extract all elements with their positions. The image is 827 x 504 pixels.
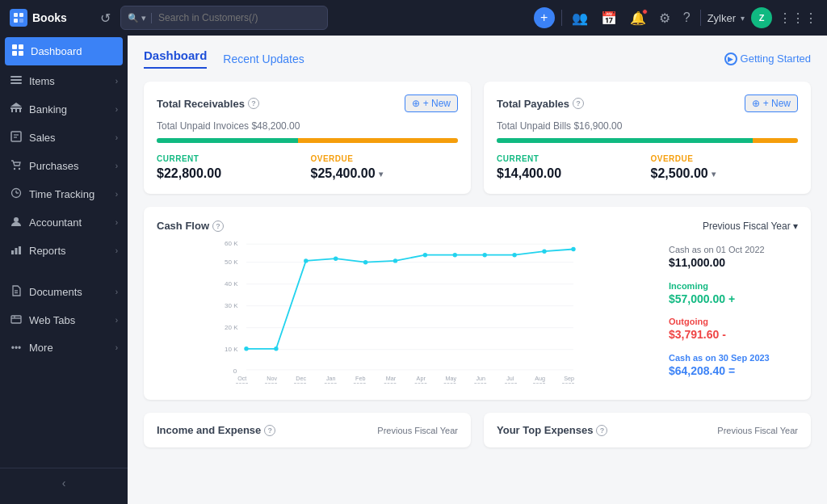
more-arrow-icon: › xyxy=(115,343,118,352)
settings-icon[interactable]: ⚙ xyxy=(656,7,674,29)
time-tracking-icon xyxy=(10,187,23,201)
payables-current: CURRENT $14,400.00 xyxy=(497,154,644,181)
svg-text:2022: 2022 xyxy=(236,381,249,384)
receivables-card: Total Receivables ? ⊕ + New Total Unpaid… xyxy=(144,82,471,194)
svg-rect-0 xyxy=(14,13,18,17)
svg-text:2023: 2023 xyxy=(562,381,575,384)
receivables-current: CURRENT $22,800.00 xyxy=(157,154,304,181)
cf-outgoing-value: $3,791.60 - xyxy=(669,328,798,341)
receivables-current-label: CURRENT xyxy=(157,154,304,163)
svg-marker-15 xyxy=(10,103,22,107)
payables-overdue-value: $2,500.00 ▾ xyxy=(651,166,799,181)
sidebar-label-dashboard: Dashboard xyxy=(31,45,116,57)
sidebar-item-purchases[interactable]: Purchases › xyxy=(0,152,128,180)
sidebar-item-web-tabs[interactable]: Web Tabs › xyxy=(0,306,128,334)
collapse-icon: ‹ xyxy=(62,477,66,489)
sidebar-item-accountant[interactable]: Accountant › xyxy=(0,208,128,237)
sidebar-item-sales[interactable]: Sales › xyxy=(0,124,128,152)
calendar-icon[interactable]: 📅 xyxy=(598,7,620,29)
cashflow-info-icon[interactable]: ? xyxy=(212,220,224,232)
svg-text:2022: 2022 xyxy=(324,381,337,384)
dashboard-tabs: Dashboard Recent Updates xyxy=(144,48,304,69)
receivables-title: Total Receivables ? xyxy=(157,98,259,110)
svg-point-49 xyxy=(304,258,308,262)
logo-icon xyxy=(10,9,27,27)
search-input[interactable] xyxy=(158,12,321,23)
svg-point-56 xyxy=(512,253,516,257)
cashflow-stats: Cash as on 01 Oct 2022 $11,000.00 Incomi… xyxy=(669,238,798,387)
cashflow-filter-dropdown[interactable]: Previous Fiscal Year ▾ xyxy=(703,220,798,232)
income-expense-info-icon[interactable]: ? xyxy=(264,425,275,436)
sidebar-label-documents: Documents xyxy=(29,286,109,298)
cashflow-title: Cash Flow ? xyxy=(157,220,224,232)
svg-text:2023: 2023 xyxy=(414,381,427,384)
receivables-overdue: OVERDUE $25,400.00 ▾ xyxy=(311,154,459,181)
income-expense-filter[interactable]: Previous Fiscal Year xyxy=(377,426,458,435)
app-grid-icon[interactable]: ⋮⋮⋮ xyxy=(779,10,817,26)
sales-icon xyxy=(10,131,23,145)
sidebar-item-banking[interactable]: Banking › xyxy=(0,95,128,124)
banking-icon xyxy=(10,103,23,116)
tab-recent-updates[interactable]: Recent Updates xyxy=(223,52,304,65)
payables-current-label: CURRENT xyxy=(497,154,644,163)
payables-title: Total Payables ? xyxy=(497,98,584,110)
payables-overdue-dropdown-icon[interactable]: ▾ xyxy=(712,170,716,178)
web-tabs-icon xyxy=(10,313,23,327)
sidebar-item-dashboard[interactable]: Dashboard xyxy=(5,37,123,65)
banking-arrow-icon: › xyxy=(115,105,118,114)
sidebar-item-more[interactable]: ••• More › xyxy=(0,334,128,361)
tab-dashboard[interactable]: Dashboard xyxy=(144,48,207,69)
receivables-current-value: $22,800.00 xyxy=(157,166,304,181)
sidebar-label-time-tracking: Time Tracking xyxy=(29,188,109,200)
add-new-button[interactable]: + xyxy=(534,7,555,28)
svg-text:30 K: 30 K xyxy=(225,302,238,309)
contacts-icon[interactable]: 👥 xyxy=(569,7,591,29)
user-menu[interactable]: Zylker ▾ xyxy=(707,12,745,24)
search-bar[interactable]: 🔍 ▾ xyxy=(120,6,328,30)
receivables-unpaid-label: Total Unpaid Invoices $48,200.00 xyxy=(157,120,458,132)
svg-rect-2 xyxy=(14,19,18,23)
cashflow-chart-area: 0 10 K 20 K 30 K 40 K 50 K 60 K xyxy=(157,238,656,387)
payables-new-button[interactable]: ⊕ + New xyxy=(745,94,798,112)
refresh-button[interactable]: ↺ xyxy=(97,7,114,29)
user-avatar[interactable]: Z xyxy=(751,7,772,28)
svg-rect-14 xyxy=(19,109,21,112)
cashflow-card: Cash Flow ? Previous Fiscal Year ▾ 0 10 … xyxy=(144,207,811,400)
help-icon[interactable]: ? xyxy=(680,7,694,28)
cf-outgoing-label: Outgoing xyxy=(669,317,798,326)
svg-point-54 xyxy=(453,253,457,257)
nav-divider-2 xyxy=(700,10,701,26)
top-navigation: Books ↺ 🔍 ▾ + 👥 📅 🔔 ⚙ ? Zylker ▾ Z ⋮⋮⋮ xyxy=(0,0,827,36)
sidebar-item-documents[interactable]: Documents › xyxy=(0,278,128,306)
notifications-icon[interactable]: 🔔 xyxy=(627,7,649,29)
svg-point-55 xyxy=(483,253,487,257)
sidebar-item-items[interactable]: Items › xyxy=(0,67,128,95)
cf-incoming-value: $57,000.00 + xyxy=(669,292,798,305)
top-expenses-filter[interactable]: Previous Fiscal Year xyxy=(717,426,798,435)
income-expense-title: Income and Expense ? xyxy=(157,424,275,436)
overdue-dropdown-icon[interactable]: ▾ xyxy=(379,170,383,178)
sidebar-label-sales: Sales xyxy=(29,132,109,144)
sidebar-item-reports[interactable]: Reports › xyxy=(0,237,128,265)
getting-started-link[interactable]: ▶ Getting Started xyxy=(724,52,811,65)
receivables-new-button[interactable]: ⊕ + New xyxy=(405,94,458,112)
cf-opening-date-label: Cash as on 01 Oct 2022 xyxy=(669,245,798,254)
search-type-selector[interactable]: 🔍 ▾ xyxy=(128,13,152,23)
receivables-info-icon[interactable]: ? xyxy=(248,98,259,109)
payables-info-icon[interactable]: ? xyxy=(573,98,584,109)
documents-icon xyxy=(10,285,23,299)
receivables-amounts: CURRENT $22,800.00 OVERDUE $25,400.00 ▾ xyxy=(157,154,458,181)
svg-text:2023: 2023 xyxy=(505,381,518,384)
svg-text:40 K: 40 K xyxy=(225,280,238,288)
sidebar: Dashboard Items › xyxy=(0,36,128,504)
top-expenses-info-icon[interactable]: ? xyxy=(596,425,607,436)
receivables-overdue-label: OVERDUE xyxy=(311,154,459,163)
sidebar-item-time-tracking[interactable]: Time Tracking › xyxy=(0,180,128,208)
svg-text:2023: 2023 xyxy=(533,381,546,384)
cf-incoming-label: Incoming xyxy=(669,281,798,291)
top-expenses-card: Your Top Expenses ? Previous Fiscal Year xyxy=(484,413,811,447)
sidebar-collapse-button[interactable]: ‹ xyxy=(0,468,128,498)
cf-stat-opening: Cash as on 01 Oct 2022 $11,000.00 xyxy=(669,245,798,269)
svg-text:2022: 2022 xyxy=(384,381,397,384)
payables-current-bar xyxy=(497,138,753,143)
